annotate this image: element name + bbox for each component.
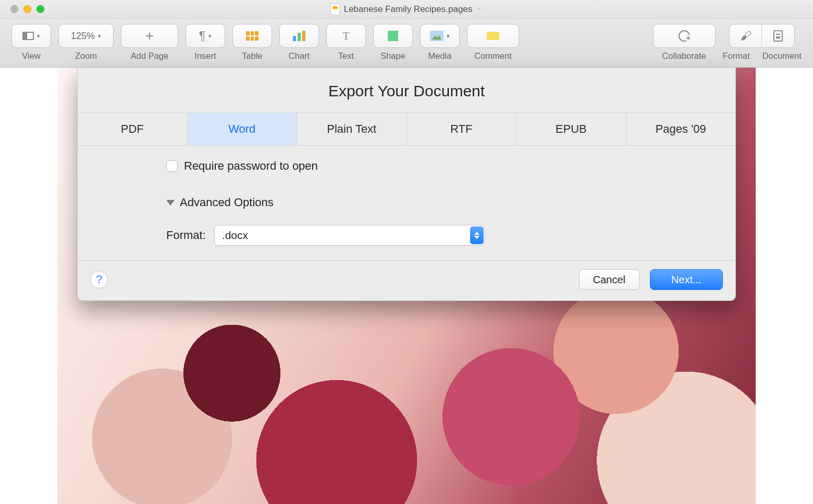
format-select[interactable]: .docx	[214, 225, 485, 246]
cancel-button[interactable]: Cancel	[579, 269, 639, 290]
chart-label: Chart	[289, 51, 310, 61]
disclosure-triangle-icon	[166, 200, 175, 206]
chevron-down-icon: ▾	[447, 33, 450, 40]
add-page-button[interactable]: +	[121, 24, 178, 48]
tab-rtf[interactable]: RTF	[407, 113, 517, 145]
media-label: Media	[428, 51, 452, 61]
table-label: Table	[242, 51, 262, 61]
tab-epub[interactable]: EPUB	[516, 113, 626, 145]
toolbar: ▾ View 125% ▾ Zoom + Add Page ¶ ▾ Insert	[0, 19, 813, 68]
document-icon	[773, 30, 783, 42]
document-label: Document	[762, 51, 802, 61]
format-button[interactable]: 🖌	[730, 24, 762, 47]
chevron-down-icon: ﹀	[476, 5, 483, 14]
document-proxy-icon	[330, 4, 340, 15]
plus-icon: +	[145, 29, 154, 43]
collaborate-label: Collaborate	[662, 51, 706, 61]
zoom-label: Zoom	[75, 51, 97, 61]
window-minimize-button[interactable]	[23, 5, 31, 13]
view-label: View	[22, 51, 40, 61]
media-icon	[430, 31, 444, 41]
tab-word[interactable]: Word	[188, 113, 298, 145]
require-password-label: Require password to open	[184, 159, 318, 173]
view-icon	[22, 32, 34, 40]
text-icon: T	[342, 29, 349, 43]
titlebar: Lebanese Family Recipes.pages ﹀	[0, 0, 813, 19]
format-field-label: Format:	[166, 229, 206, 242]
chart-button[interactable]	[279, 24, 319, 48]
select-stepper-icon	[470, 226, 484, 244]
shape-button[interactable]	[373, 24, 413, 48]
format-label: Format	[723, 51, 750, 61]
next-button[interactable]: Next...	[650, 269, 723, 290]
media-button[interactable]: ▾	[420, 24, 460, 48]
table-icon	[246, 31, 258, 41]
chart-icon	[293, 31, 305, 41]
help-icon: ?	[96, 273, 102, 286]
comment-label: Comment	[474, 51, 512, 61]
shape-icon	[388, 31, 398, 41]
tab-plain-text[interactable]: Plain Text	[297, 113, 407, 145]
window-zoom-button[interactable]	[36, 5, 44, 13]
brush-icon: 🖌	[740, 29, 752, 43]
help-button[interactable]: ?	[90, 271, 108, 288]
require-password-checkbox[interactable]	[166, 160, 178, 172]
view-button[interactable]: ▾	[11, 24, 51, 48]
table-button[interactable]	[232, 24, 272, 48]
export-sheet: Export Your Document PDF Word Plain Text…	[77, 68, 736, 301]
insert-label: Insert	[194, 51, 216, 61]
chevron-down-icon: ▾	[208, 33, 212, 40]
add-page-label: Add Page	[131, 51, 168, 61]
pilcrow-icon: ¶	[199, 30, 206, 42]
format-select-value: .docx	[222, 229, 248, 242]
shape-label: Shape	[380, 51, 405, 61]
collaborate-button[interactable]	[653, 24, 716, 48]
tab-pages09[interactable]: Pages '09	[626, 113, 736, 145]
export-title: Export Your Document	[78, 68, 735, 112]
document-button[interactable]	[762, 24, 794, 47]
comment-button[interactable]	[467, 24, 519, 48]
advanced-options-toggle[interactable]: Advanced Options	[166, 196, 715, 209]
chevron-down-icon: ▾	[98, 33, 101, 40]
advanced-options-label: Advanced Options	[180, 196, 274, 209]
export-format-tabs: PDF Word Plain Text RTF EPUB Pages '09	[78, 112, 735, 146]
window-close-button[interactable]	[10, 5, 18, 13]
chevron-down-icon: ▾	[37, 33, 40, 40]
zoom-value: 125%	[71, 31, 95, 42]
text-button[interactable]: T	[326, 24, 366, 48]
insert-button[interactable]: ¶ ▾	[186, 24, 225, 48]
comment-icon	[487, 32, 499, 40]
window-title: Lebanese Family Recipes.pages	[344, 4, 473, 15]
zoom-button[interactable]: 125% ▾	[58, 24, 114, 48]
collaborate-icon	[679, 30, 690, 42]
text-label: Text	[338, 51, 354, 61]
tab-pdf[interactable]: PDF	[78, 113, 188, 145]
